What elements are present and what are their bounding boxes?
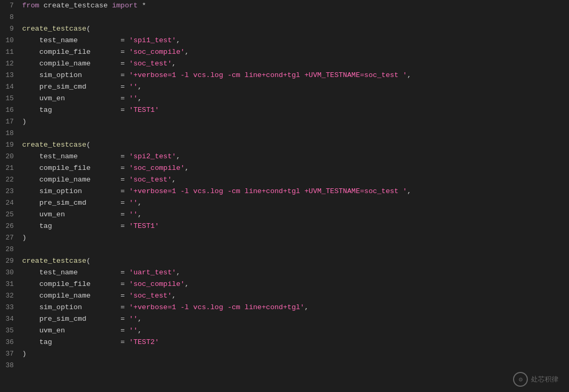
token-plain: compile_file =: [22, 164, 129, 172]
code-line: 18: [0, 128, 569, 139]
line-content: from create_testcase import *: [20, 0, 569, 12]
line-content: ): [20, 232, 569, 244]
token-plain: ,: [138, 199, 142, 207]
line-content: tag = 'TEST1': [20, 221, 569, 232]
line-content: create_testcase(: [20, 139, 569, 151]
token-plain: compile_file =: [22, 48, 129, 56]
token-plain: ,: [185, 164, 189, 172]
token-plain: test_name =: [22, 269, 129, 276]
token-str: '+verbose=1 -l vcs.log -cm line+cond+tgl…: [129, 71, 407, 79]
line-content: ): [20, 348, 569, 360]
token-fn: create_testcase: [22, 257, 87, 265]
token-plain: ,: [305, 303, 309, 311]
line-number: 23: [0, 186, 20, 197]
token-fn: create_testcase: [22, 25, 87, 33]
token-plain: ,: [407, 187, 411, 195]
line-content: compile_name = 'soc_test',: [20, 174, 569, 186]
code-line: 9create_testcase(: [0, 23, 569, 35]
line-content: pre_sim_cmd = '',: [20, 81, 569, 93]
token-str: 'soc_compile': [129, 164, 185, 172]
code-line: 24 pre_sim_cmd = '',: [0, 197, 569, 209]
token-str: '': [129, 315, 138, 323]
line-content: uvm_en = '',: [20, 209, 569, 221]
line-content: tag = 'TEST1': [20, 104, 569, 116]
line-content: ): [20, 116, 569, 128]
line-number: 20: [0, 151, 20, 162]
token-plain: test_name =: [22, 152, 129, 160]
line-number: 36: [0, 337, 20, 348]
code-line: 23 sim_option = '+verbose=1 -l vcs.log -…: [0, 186, 569, 197]
line-content: test_name = 'uart_test',: [20, 267, 569, 279]
code-line: 36 tag = 'TEST2': [0, 337, 569, 348]
code-line: 25 uvm_en = '',: [0, 209, 569, 221]
token-str: '': [129, 83, 138, 91]
line-content: sim_option = '+verbose=1 -l vcs.log -cm …: [20, 70, 569, 81]
token-str: 'soc_test': [129, 292, 172, 300]
line-number: 19: [0, 139, 20, 151]
token-plain: tag =: [22, 222, 129, 230]
code-line: 33 sim_option = '+verbose=1 -l vcs.log -…: [0, 302, 569, 313]
code-line: 30 test_name = 'uart_test',: [0, 267, 569, 279]
token-plain: ,: [185, 280, 189, 288]
line-number: 12: [0, 58, 20, 70]
code-line: 21 compile_file = 'soc_compile',: [0, 162, 569, 174]
line-content: test_name = 'spi2_test',: [20, 151, 569, 162]
watermark: ⚙ 处芯积律: [513, 372, 558, 387]
line-content: sim_option = '+verbose=1 -l vcs.log -cm …: [20, 186, 569, 197]
token-kw: import: [112, 2, 138, 9]
code-line: 38: [0, 360, 569, 371]
token-plain: ,: [407, 71, 411, 79]
code-editor: 7from create_testcase import *89create_t…: [0, 0, 569, 392]
line-content: pre_sim_cmd = '',: [20, 313, 569, 325]
code-line: 7from create_testcase import *: [0, 0, 569, 12]
token-plain: pre_sim_cmd =: [22, 83, 129, 91]
token-str: '': [129, 327, 138, 334]
token-plain: sim_option =: [22, 187, 129, 195]
token-str: 'TEST1': [129, 106, 159, 114]
line-number: 18: [0, 128, 20, 139]
code-line: 28: [0, 244, 569, 255]
code-line: 37): [0, 348, 569, 360]
code-line: 13 sim_option = '+verbose=1 -l vcs.log -…: [0, 70, 569, 81]
token-kw: from: [22, 2, 39, 9]
token-plain: (: [87, 257, 91, 265]
code-line: 26 tag = 'TEST1': [0, 221, 569, 232]
code-line: 11 compile_file = 'soc_compile',: [0, 46, 569, 58]
line-number: 26: [0, 221, 20, 232]
token-str: '+verbose=1 -l vcs.log -cm line+cond+tgl…: [129, 187, 407, 195]
token-str: '+verbose=1 -l vcs.log -cm line+cond+tgl…: [129, 303, 305, 311]
line-number: 7: [0, 0, 20, 12]
token-str: 'TEST1': [129, 222, 159, 230]
code-line: 27): [0, 232, 569, 244]
token-plain: ,: [172, 292, 176, 300]
token-plain: ,: [138, 94, 142, 102]
code-line: 10 test_name = 'spi1_test',: [0, 35, 569, 46]
watermark-icon: ⚙: [513, 372, 528, 387]
token-plain: ,: [176, 36, 181, 44]
line-content: compile_file = 'soc_compile',: [20, 162, 569, 174]
code-line: 12 compile_name = 'soc_test',: [0, 58, 569, 70]
token-str: 'TEST2': [129, 338, 159, 346]
line-number: 11: [0, 46, 20, 58]
code-line: 34 pre_sim_cmd = '',: [0, 313, 569, 325]
code-line: 16 tag = 'TEST1': [0, 104, 569, 116]
line-number: 28: [0, 244, 20, 255]
token-plain: ,: [172, 176, 176, 184]
token-plain: ,: [138, 315, 142, 323]
token-plain: *: [138, 2, 146, 9]
code-line: 19create_testcase(: [0, 139, 569, 151]
line-number: 8: [0, 12, 20, 23]
line-content: pre_sim_cmd = '',: [20, 197, 569, 209]
line-content: tag = 'TEST2': [20, 337, 569, 348]
token-plain: ,: [172, 60, 176, 68]
token-str: 'uart_test': [129, 269, 176, 276]
watermark-text: 处芯积律: [531, 375, 558, 384]
token-plain: ,: [176, 269, 181, 276]
line-number: 10: [0, 35, 20, 46]
code-line: 20 test_name = 'spi2_test',: [0, 151, 569, 162]
line-content: uvm_en = '',: [20, 93, 569, 104]
token-str: 'soc_test': [129, 176, 172, 184]
token-str: '': [129, 211, 138, 218]
code-line: 29create_testcase(: [0, 255, 569, 267]
token-str: '': [129, 94, 138, 102]
